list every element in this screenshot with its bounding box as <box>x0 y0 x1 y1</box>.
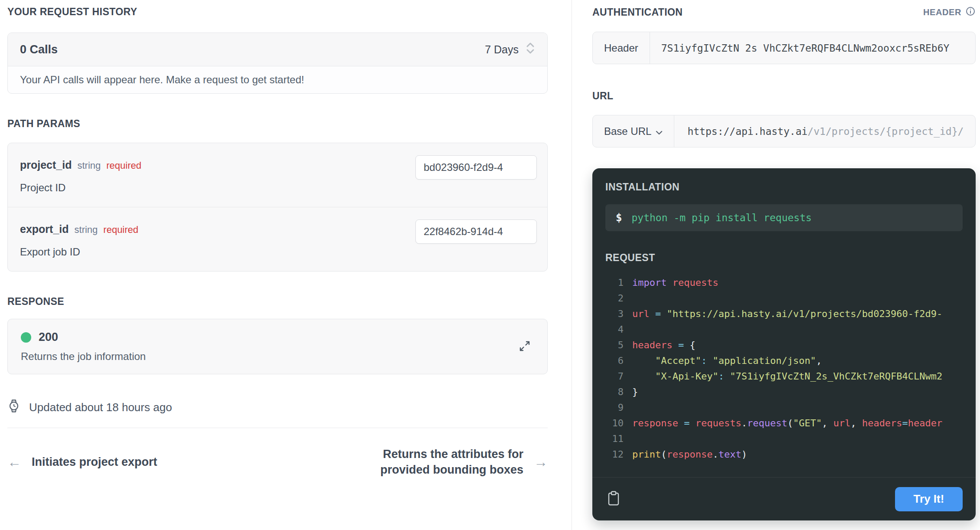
url-heading: URL <box>592 90 976 102</box>
install-command: python -m pip install requests <box>631 212 811 223</box>
calls-count: 0 Calls <box>20 43 58 56</box>
code-line: 4 <box>605 322 976 337</box>
request-url-base: https://api.hasty.ai <box>687 126 807 137</box>
auth-field-label: Header <box>593 32 650 64</box>
request-history-heading: YOUR REQUEST HISTORY <box>7 6 548 18</box>
time-range-select[interactable]: 7 Days <box>485 42 535 57</box>
code-line: 7 "X-Api-Key": "7S1iyfgIVcZtN_2s_VhCZkt7… <box>605 369 976 384</box>
pager: ← Initiates project export Returns the a… <box>7 446 548 478</box>
response-status: 200 <box>21 330 146 344</box>
pager-previous-link[interactable]: ← Initiates project export <box>7 454 157 470</box>
code-line: 6 "Accept": "application/json", <box>605 353 976 369</box>
code-line: 9 <box>605 400 976 415</box>
param-info: project_id string required Project ID <box>20 153 141 194</box>
param-description: Project ID <box>20 182 141 194</box>
request-url-path: /v1/projects/{project_id}/ <box>807 126 964 137</box>
watch-icon <box>7 399 20 416</box>
api-key-input[interactable] <box>650 32 975 64</box>
api-reference-page: YOUR REQUEST HISTORY 0 Calls 7 Days Your… <box>0 0 980 530</box>
code-line: 1import requests <box>605 275 976 291</box>
param-required-badge: required <box>106 160 141 171</box>
request-heading: REQUEST <box>592 252 976 264</box>
sort-chevrons-icon <box>526 42 535 57</box>
left-column: YOUR REQUEST HISTORY 0 Calls 7 Days Your… <box>0 0 572 530</box>
code-line: 8} <box>605 384 976 400</box>
arrow-right-icon: → <box>534 454 548 470</box>
param-row-project-id: project_id string required Project ID <box>8 143 547 207</box>
shell-prompt: $ <box>616 212 622 224</box>
param-head: project_id string required <box>20 159 141 171</box>
expand-icon <box>518 348 532 354</box>
auth-type-chip[interactable]: HEADER <box>923 6 976 19</box>
code-line: 12print(response.text) <box>605 447 976 462</box>
pager-next-link[interactable]: Returns the attributes for provided boun… <box>354 446 548 478</box>
code-panel: INSTALLATION $ python -m pip install req… <box>592 168 976 520</box>
param-description: Export job ID <box>20 246 138 258</box>
path-params-card: project_id string required Project ID ex… <box>7 143 548 272</box>
expand-response-button[interactable] <box>515 337 534 357</box>
code-line: 3url = "https://api.hasty.ai/v1/projects… <box>605 306 976 322</box>
request-code: 1import requests23url = "https://api.has… <box>592 275 976 477</box>
pager-next-label: Returns the attributes for provided boun… <box>354 446 523 478</box>
param-type: string <box>77 160 101 171</box>
response-info: 200 Returns the job information <box>21 330 146 363</box>
param-name: export_id <box>20 223 69 236</box>
auth-key-box: Header <box>592 32 976 64</box>
copy-code-button[interactable] <box>605 489 622 509</box>
request-url: https://api.hasty.ai/v1/projects/{projec… <box>674 115 975 147</box>
install-command-box: $ python -m pip install requests <box>605 204 963 231</box>
param-type: string <box>75 224 98 236</box>
code-line: 10response = requests.request("GET", url… <box>605 415 976 431</box>
status-dot-icon <box>21 332 31 343</box>
base-url-select[interactable]: Base URL <box>593 115 674 147</box>
export-id-input[interactable] <box>415 219 537 244</box>
installation-heading: INSTALLATION <box>592 181 976 193</box>
authentication-heading: AUTHENTICATION <box>592 7 683 18</box>
footer-divider <box>7 428 548 428</box>
updated-row: Updated about 18 hours ago <box>7 399 548 416</box>
param-row-export-id: export_id string required Export job ID <box>8 207 547 271</box>
request-history-empty-message: Your API calls will appear here. Make a … <box>8 66 547 93</box>
clipboard-icon <box>607 501 620 507</box>
request-history-header: 0 Calls 7 Days <box>8 33 547 66</box>
param-required-badge: required <box>103 224 138 236</box>
updated-text: Updated about 18 hours ago <box>29 401 172 414</box>
chevron-down-icon <box>656 125 663 137</box>
request-history-card: 0 Calls 7 Days Your API calls will appea… <box>7 33 548 94</box>
param-head: export_id string required <box>20 223 138 236</box>
status-code: 200 <box>39 330 58 344</box>
response-heading: RESPONSE <box>7 296 548 308</box>
info-icon <box>965 6 976 19</box>
pager-previous-label: Initiates project export <box>32 455 157 469</box>
path-params-heading: PATH PARAMS <box>7 118 548 130</box>
project-id-input[interactable] <box>415 155 537 180</box>
url-box: Base URL https://api.hasty.ai/v1/project… <box>592 115 976 147</box>
response-card: 200 Returns the job information <box>7 319 548 374</box>
right-column: AUTHENTICATION HEADER Header URL Base UR… <box>572 0 980 530</box>
code-line: 5headers = { <box>605 337 976 353</box>
response-description: Returns the job information <box>21 350 146 363</box>
code-line: 11 <box>605 431 976 447</box>
time-range-value: 7 Days <box>485 43 519 56</box>
param-info: export_id string required Export job ID <box>20 217 138 258</box>
auth-type-label: HEADER <box>923 7 961 17</box>
try-it-button[interactable]: Try It! <box>895 487 963 511</box>
param-name: project_id <box>20 159 72 171</box>
base-url-label: Base URL <box>604 125 651 137</box>
code-line: 2 <box>605 291 976 306</box>
code-panel-footer: Try It! <box>592 477 976 520</box>
arrow-left-icon: ← <box>7 454 21 470</box>
authentication-row: AUTHENTICATION HEADER <box>592 6 976 19</box>
